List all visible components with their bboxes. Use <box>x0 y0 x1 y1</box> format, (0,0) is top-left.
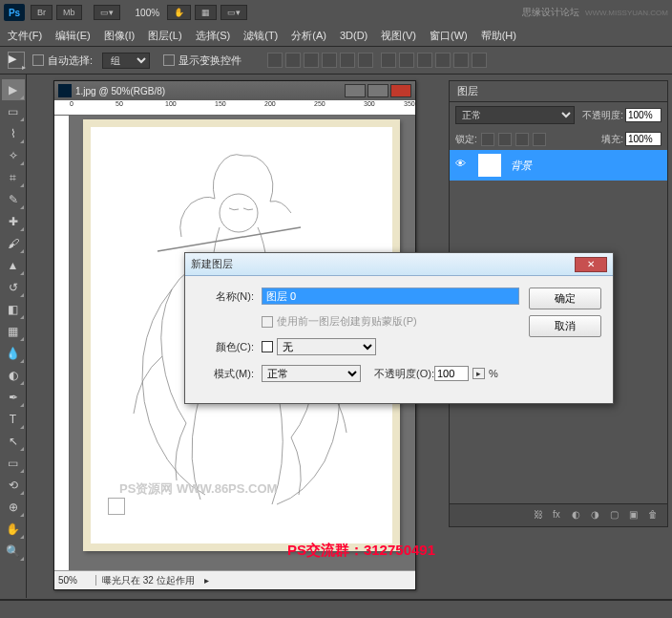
color-dropdown[interactable]: 无 <box>277 338 376 355</box>
zoom-readout[interactable]: 100% <box>136 8 160 18</box>
ruler-horizontal[interactable]: 0 50 100 150 200 250 300 350 <box>54 100 415 116</box>
adjustment-layer-icon[interactable]: ◑ <box>591 509 604 522</box>
opacity-input[interactable] <box>434 366 469 381</box>
align-icon[interactable] <box>304 53 319 68</box>
gradient-tool[interactable]: ▦ <box>2 321 25 342</box>
mode-label: 模式(M): <box>197 367 254 381</box>
eyedropper-tool[interactable]: ✎ <box>2 189 25 210</box>
layer-name[interactable]: 背景 <box>511 159 532 173</box>
menu-help[interactable]: 帮助(H) <box>481 29 516 43</box>
autoselect-checkbox[interactable] <box>32 54 44 66</box>
visibility-icon[interactable]: 👁 <box>455 158 471 173</box>
transform-checkbox[interactable] <box>163 54 175 66</box>
path-tool[interactable]: ↖ <box>2 431 25 452</box>
minimize-button[interactable] <box>345 84 366 97</box>
align-icon[interactable] <box>340 53 355 68</box>
align-icon[interactable] <box>322 53 337 68</box>
lasso-tool[interactable]: ⌇ <box>2 123 25 144</box>
app-footer <box>0 599 672 618</box>
lock-position-icon[interactable] <box>515 133 529 146</box>
screen-mode-button[interactable]: ▭▾ <box>94 5 120 20</box>
layer-row[interactable]: 👁 背景 <box>450 150 667 181</box>
distribute-icon[interactable] <box>453 53 469 68</box>
link-layers-icon[interactable]: ⛓ <box>534 509 547 522</box>
align-icon[interactable] <box>267 53 283 68</box>
distribute-icon[interactable] <box>472 53 487 68</box>
current-tool-icon[interactable]: ▶ <box>8 52 25 69</box>
opacity-stepper[interactable]: ▸ <box>472 368 485 379</box>
delete-layer-icon[interactable]: 🗑 <box>648 509 662 522</box>
br-button[interactable]: Br <box>31 5 52 20</box>
stamp-tool[interactable]: ▲ <box>2 255 25 276</box>
ruler-vertical[interactable] <box>54 116 70 589</box>
layer-name-input[interactable] <box>262 288 519 305</box>
align-icon[interactable] <box>285 53 301 68</box>
view-extras-button[interactable]: ▦ <box>195 5 217 20</box>
menu-analysis[interactable]: 分析(A) <box>291 29 326 43</box>
color-swatch-icon <box>262 341 273 352</box>
3d-tool[interactable]: ⟲ <box>2 475 25 496</box>
lock-pixels-icon[interactable] <box>498 133 512 146</box>
healing-tool[interactable]: ✚ <box>2 211 25 232</box>
type-tool[interactable]: T <box>2 409 25 430</box>
distribute-icon[interactable] <box>435 53 451 68</box>
layer-fx-icon[interactable]: fx <box>553 509 566 522</box>
menu-edit[interactable]: 编辑(E) <box>55 29 91 43</box>
menu-layer[interactable]: 图层(L) <box>148 29 181 43</box>
arrange-button[interactable]: ▭▾ <box>220 5 247 20</box>
menu-file[interactable]: 文件(F) <box>8 29 42 43</box>
opacity-field[interactable]: 100% <box>625 108 662 122</box>
layer-thumbnail[interactable] <box>478 154 501 177</box>
cancel-button[interactable]: 取消 <box>529 315 601 337</box>
lock-transparent-icon[interactable] <box>481 133 494 146</box>
history-brush-tool[interactable]: ↺ <box>2 277 25 298</box>
mode-dropdown[interactable]: 正常 <box>262 365 361 382</box>
doc-titlebar[interactable]: 1.jpg @ 50%(RGB/8) <box>54 81 415 100</box>
eraser-tool[interactable]: ◧ <box>2 299 25 320</box>
menu-filter[interactable]: 滤镜(T) <box>243 29 278 43</box>
promo-text: PS交流群：312750491 <box>287 542 435 560</box>
lock-all-icon[interactable] <box>533 133 546 146</box>
mb-button[interactable]: Mb <box>56 5 82 20</box>
menu-3d[interactable]: 3D(D) <box>340 30 368 41</box>
dialog-titlebar[interactable]: 新建图层 ✕ <box>185 253 613 276</box>
blend-mode-dropdown[interactable]: 正常 <box>455 106 575 124</box>
ok-button[interactable]: 确定 <box>529 288 601 309</box>
menu-view[interactable]: 视图(V) <box>381 29 416 43</box>
distribute-icon[interactable] <box>381 53 396 68</box>
shape-tool[interactable]: ▭ <box>2 453 25 474</box>
move-tool[interactable]: ▶ <box>2 79 25 100</box>
close-button[interactable] <box>390 84 411 97</box>
layer-group-icon[interactable]: ▢ <box>610 509 623 522</box>
marquee-tool[interactable]: ▭ <box>2 101 25 122</box>
hand-tool[interactable]: ✋ <box>2 519 25 540</box>
crop-tool[interactable]: ⌗ <box>2 167 25 188</box>
svg-point-0 <box>220 194 258 232</box>
3d-camera-tool[interactable]: ⊕ <box>2 497 25 518</box>
distribute-icon[interactable] <box>417 53 432 68</box>
menu-select[interactable]: 选择(S) <box>196 29 231 43</box>
zoom-field[interactable]: 50% <box>54 575 96 586</box>
fill-field[interactable]: 100% <box>625 132 662 146</box>
autoselect-dropdown[interactable]: 组 <box>102 53 150 69</box>
dodge-tool[interactable]: ◐ <box>2 365 25 386</box>
status-menu-icon[interactable]: ▸ <box>204 575 209 586</box>
zoom-tool[interactable]: 🔍 <box>2 541 25 562</box>
pen-tool[interactable]: ✒ <box>2 387 25 408</box>
layers-tab[interactable]: 图层 <box>450 81 667 102</box>
align-icon[interactable] <box>358 53 373 68</box>
credit-text: 思缘设计论坛 <box>522 7 579 17</box>
blur-tool[interactable]: 💧 <box>2 343 25 364</box>
brush-tool[interactable]: 🖌 <box>2 233 25 254</box>
distribute-icon[interactable] <box>399 53 414 68</box>
hand-tool-button[interactable]: ✋ <box>167 5 191 20</box>
clip-mask-checkbox <box>262 316 273 328</box>
menu-image[interactable]: 图像(I) <box>104 29 135 43</box>
dialog-close-button[interactable]: ✕ <box>575 257 607 272</box>
doc-icon <box>58 84 72 97</box>
wand-tool[interactable]: ✧ <box>2 145 25 166</box>
layer-mask-icon[interactable]: ◐ <box>572 509 585 522</box>
menu-window[interactable]: 窗口(W) <box>430 29 468 43</box>
maximize-button[interactable] <box>368 84 388 97</box>
new-layer-icon[interactable]: ▣ <box>629 509 642 522</box>
